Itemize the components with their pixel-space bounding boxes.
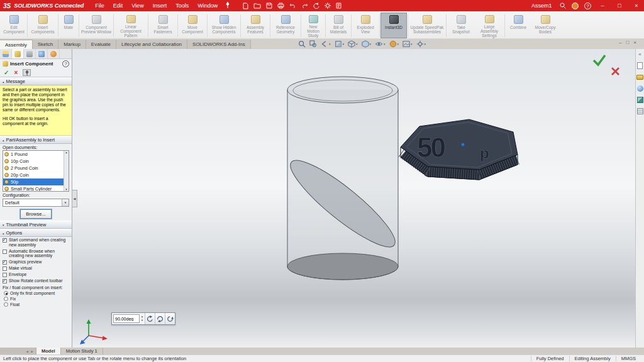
view-orientation-icon[interactable]: ▾ [348, 40, 358, 48]
list-item[interactable]: 10p Coin [3, 158, 69, 165]
list-item[interactable]: 1 Pound [3, 151, 69, 158]
coin-50p-part[interactable]: 50 p [401, 119, 518, 180]
options-gear-icon[interactable] [325, 3, 331, 9]
checkbox[interactable] [3, 250, 7, 254]
doc-restore-icon[interactable]: □ [626, 40, 629, 45]
open-document-icon[interactable] [253, 3, 261, 9]
ribbon-button-component-preview-window[interactable]: Component Preview Window [80, 13, 113, 38]
rotate-y-button[interactable] [155, 313, 165, 324]
model-scene[interactable]: 50 p [72, 49, 635, 348]
configuration-dropdown[interactable]: Default ▼ [3, 199, 69, 207]
apply-scene-icon[interactable]: ▾ [402, 40, 413, 48]
ribbon-button-instant3d[interactable]: Instant3D [380, 13, 407, 38]
radio-button[interactable] [4, 302, 8, 307]
edit-appearance-icon[interactable]: ▾ [389, 40, 399, 48]
confirm-cancel-icon[interactable] [612, 68, 619, 75]
ribbon-button-show-hidden-components[interactable]: Show Hidden Components [208, 13, 240, 38]
message-section-header[interactable]: ▴Message [0, 77, 72, 85]
radio-fix[interactable]: Fix [0, 296, 72, 302]
list-item[interactable]: Small Parts Cylinder [3, 185, 69, 192]
help-icon[interactable]: ? [584, 3, 591, 9]
tab-sketch[interactable]: Sketch [33, 40, 58, 49]
menu-view[interactable]: View [128, 0, 147, 11]
view-settings-icon[interactable]: ▾ [416, 40, 426, 48]
browse-button[interactable]: Browse... [20, 209, 51, 219]
cancel-button[interactable]: × [14, 69, 18, 76]
undo-icon[interactable] [289, 3, 296, 9]
display-style-icon[interactable]: ▾ [362, 40, 372, 48]
radio-only-fix-first-component[interactable]: Only fix first component [0, 290, 72, 296]
task-pane-expand-icon[interactable]: « [636, 51, 643, 58]
tab-scroll-right-icon[interactable]: ▶ [31, 349, 33, 353]
tab-scroll-area[interactable]: ◀ ▶ [0, 348, 36, 354]
model-tab[interactable]: Model [36, 348, 61, 354]
option-envelope[interactable]: Envelope [0, 272, 72, 278]
ribbon-button-linear-component-pattern[interactable]: Linear Component Pattern [114, 13, 147, 38]
ribbon-button-update-speedpak-subassemblies[interactable]: Update SpeedPak Subassemblies [409, 13, 445, 38]
tab-assembly[interactable]: Assembly [0, 40, 33, 49]
menu-file[interactable]: File [91, 0, 108, 11]
view-palette-icon[interactable] [636, 96, 643, 103]
list-item[interactable]: 20p Coin [3, 172, 69, 178]
option-make-virtual[interactable]: Make virtual [0, 265, 72, 272]
search-icon[interactable] [560, 3, 566, 9]
maximize-window-button[interactable]: □ [614, 0, 625, 11]
checkbox[interactable] [3, 238, 7, 243]
option-graphics-preview[interactable]: Graphics preview [0, 259, 72, 265]
pin-menu-icon[interactable] [225, 2, 230, 9]
featuremanager-tab[interactable] [0, 49, 12, 58]
previous-view-icon[interactable]: ▾ [321, 40, 331, 48]
file-explorer-icon[interactable] [636, 74, 643, 80]
propertymanager-tab[interactable] [12, 49, 24, 58]
scroll-up-icon[interactable]: ▲ [65, 151, 67, 154]
dropdown-arrow-icon[interactable]: ▼ [62, 199, 69, 206]
ribbon-button-take-snapshot[interactable]: Take Snapshot [447, 13, 475, 38]
print-icon[interactable] [277, 3, 284, 9]
ribbon-button-reference-geometry[interactable]: Reference Geometry [271, 13, 300, 38]
angle-spinner[interactable]: ▲▼ [140, 313, 145, 324]
cylinder-part[interactable] [282, 77, 404, 280]
close-window-button[interactable]: × [631, 0, 642, 11]
list-item[interactable]: 2 Pound Coin [3, 165, 69, 172]
3dexperience-taskpane-icon[interactable] [636, 62, 643, 69]
new-document-icon[interactable] [243, 3, 248, 9]
rebuild-icon[interactable] [313, 3, 319, 9]
rotate-x-button[interactable] [145, 313, 155, 324]
ribbon-button-smart-fasteners[interactable]: Smart Fasteners [149, 13, 177, 38]
tab-evaluate[interactable]: Evaluate [86, 40, 116, 49]
doc-close-icon[interactable]: × [633, 40, 636, 45]
redo-icon[interactable] [301, 3, 308, 9]
ribbon-button-new-motion-study[interactable]: New Motion Study [302, 13, 325, 38]
rotation-angle-input[interactable] [113, 314, 140, 323]
rotate-z-button[interactable] [165, 313, 175, 324]
motion-study-tab[interactable]: Motion Study 1 [61, 348, 103, 354]
zoom-to-fit-icon[interactable] [298, 40, 306, 48]
option-automatic-browse[interactable]: Automatic Browse when creating new assem… [0, 248, 72, 260]
ribbon-button-move-component[interactable]: Move Component [179, 13, 206, 38]
configurationmanager-tab[interactable] [24, 49, 36, 58]
status-units[interactable]: MMGS [616, 356, 641, 361]
checkbox[interactable] [3, 273, 7, 277]
menu-insert[interactable]: Insert [149, 0, 171, 11]
list-item-selected[interactable]: 50p [3, 178, 69, 185]
keep-visible-pin-button[interactable] [23, 69, 31, 76]
dimxpertmanager-tab[interactable] [36, 49, 48, 58]
ribbon-button-move-copy-bodies[interactable]: Move/Copy Bodies [531, 13, 560, 38]
hide-show-items-icon[interactable]: ▾ [375, 40, 386, 48]
menu-window[interactable]: Window [194, 0, 221, 11]
tab-markup[interactable]: Markup [58, 40, 86, 49]
checkbox[interactable] [3, 266, 7, 271]
checkbox[interactable] [3, 260, 7, 265]
tab-lifecycle-and-collaboration[interactable]: Lifecycle and Collaboration [116, 40, 187, 49]
ribbon-button-combine[interactable]: Combine [506, 13, 531, 38]
ribbon-button-insert-components[interactable]: Insert Components [28, 13, 57, 38]
option-show-rotate-context-toolbar[interactable]: Show Rotate context toolbar [0, 278, 72, 284]
radio-float[interactable]: Float [0, 302, 72, 307]
tab-solidworks-add-ins[interactable]: SOLIDWORKS Add-Ins [187, 40, 251, 49]
save-icon[interactable] [266, 3, 272, 9]
file-properties-icon[interactable] [336, 3, 341, 9]
graphics-viewport[interactable]: 50 p ▲▼ [72, 49, 635, 348]
checkbox[interactable] [3, 279, 7, 283]
open-documents-list[interactable]: 1 Pound 10p Coin 2 Pound Coin 20p Coin 5… [3, 150, 69, 192]
ribbon-button-mate[interactable]: Mate [59, 13, 78, 38]
